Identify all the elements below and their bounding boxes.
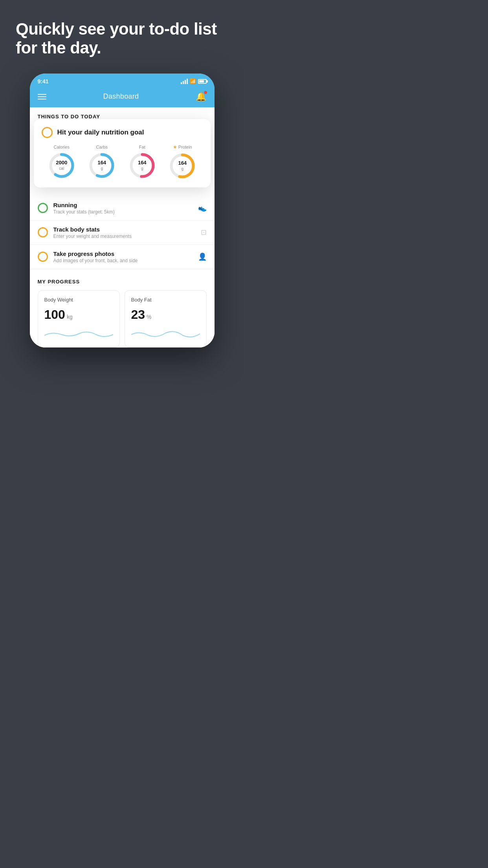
body-fat-wave <box>131 327 200 339</box>
body-weight-card: Body Weight 100 kg <box>38 290 120 348</box>
body-fat-value-row: 23 % <box>131 307 200 322</box>
app-content: THINGS TO DO TODAY Hit your daily nutrit… <box>30 107 215 348</box>
notification-bell[interactable]: 🔔 <box>196 92 206 102</box>
body-weight-unit: kg <box>67 314 73 320</box>
photos-text: Take progress photos Add images of your … <box>53 250 193 263</box>
calories-value: 2000cal <box>56 160 67 171</box>
calories-donut: 2000cal <box>48 152 75 179</box>
battery-icon <box>198 79 207 84</box>
protein-star-icon: ★ <box>173 144 177 150</box>
protein-value: 164g <box>178 160 187 171</box>
shoe-icon: 👟 <box>198 204 207 212</box>
things-section-title: THINGS TO DO TODAY <box>38 114 207 120</box>
body-fat-value: 23 <box>131 307 145 322</box>
carbs-item: Carbs 164g <box>88 145 116 179</box>
running-title: Running <box>53 202 193 208</box>
bodystats-check-circle[interactable] <box>38 227 48 237</box>
hero-title: Quickly see your to-do list for the day. <box>16 20 228 58</box>
photos-title: Take progress photos <box>53 250 193 257</box>
carbs-label: Carbs <box>96 145 108 149</box>
nav-title: Dashboard <box>103 92 139 101</box>
signal-icon <box>181 79 188 84</box>
status-time: 9:41 <box>38 78 49 85</box>
running-subtitle: Track your stats (target: 5km) <box>53 209 193 215</box>
fat-item: Fat 164g <box>128 145 156 179</box>
notification-dot <box>204 91 207 94</box>
hero-section: Quickly see your to-do list for the day. <box>0 0 244 70</box>
phone-shell: 9:41 📶 Dashboard 🔔 <box>30 74 215 348</box>
progress-cards: Body Weight 100 kg Body Fat 23 <box>38 290 207 348</box>
body-fat-card: Body Fat 23 % <box>125 290 207 348</box>
progress-header: MY PROGRESS <box>38 279 207 285</box>
list-item[interactable]: Take progress photos Add images of your … <box>30 245 215 269</box>
body-weight-value: 100 <box>44 307 65 322</box>
fat-label: Fat <box>139 145 145 149</box>
body-fat-title: Body Fat <box>131 297 200 303</box>
body-weight-title: Body Weight <box>44 297 113 303</box>
hamburger-menu[interactable] <box>38 94 46 99</box>
status-icons: 📶 <box>181 78 207 84</box>
running-text: Running Track your stats (target: 5km) <box>53 202 193 215</box>
body-fat-unit: % <box>147 314 151 320</box>
fat-donut: 164g <box>128 152 156 179</box>
calories-label: Calories <box>54 145 70 149</box>
bodystats-subtitle: Enter your weight and measurements <box>53 234 195 239</box>
body-weight-wave <box>44 327 113 339</box>
nutrition-check-circle[interactable] <box>42 127 53 138</box>
nutrition-card-title: Hit your daily nutrition goal <box>57 129 144 136</box>
protein-donut: 164g <box>169 152 196 180</box>
carbs-donut: 164g <box>88 152 116 179</box>
photos-subtitle: Add images of your front, back, and side <box>53 258 193 263</box>
todo-list: Running Track your stats (target: 5km) 👟… <box>30 196 215 269</box>
wifi-icon: 📶 <box>190 78 196 84</box>
carbs-value: 164g <box>97 160 106 171</box>
person-icon: 👤 <box>198 252 207 261</box>
nutrition-circles: Calories 2000cal Carbs <box>42 144 203 180</box>
photos-check-circle[interactable] <box>38 252 48 262</box>
nutrition-card: Hit your daily nutrition goal Calories 2… <box>34 119 211 188</box>
calories-item: Calories 2000cal <box>48 145 75 179</box>
running-check-circle[interactable] <box>38 203 48 213</box>
protein-label: ★ Protein <box>173 144 192 150</box>
fat-value: 164g <box>138 160 147 171</box>
bodystats-text: Track body stats Enter your weight and m… <box>53 226 195 239</box>
navigation-bar: Dashboard 🔔 <box>30 88 215 107</box>
status-bar: 9:41 📶 <box>30 74 215 88</box>
body-weight-value-row: 100 kg <box>44 307 113 322</box>
scale-icon: ⊡ <box>201 228 207 237</box>
card-title-row: Hit your daily nutrition goal <box>42 127 203 138</box>
bodystats-title: Track body stats <box>53 226 195 233</box>
phone-mockup: 9:41 📶 Dashboard 🔔 <box>30 74 215 348</box>
protein-item: ★ Protein 164g <box>169 144 196 180</box>
list-item[interactable]: Track body stats Enter your weight and m… <box>30 221 215 245</box>
progress-section: MY PROGRESS Body Weight 100 kg <box>30 269 215 348</box>
list-item[interactable]: Running Track your stats (target: 5km) 👟 <box>30 196 215 221</box>
